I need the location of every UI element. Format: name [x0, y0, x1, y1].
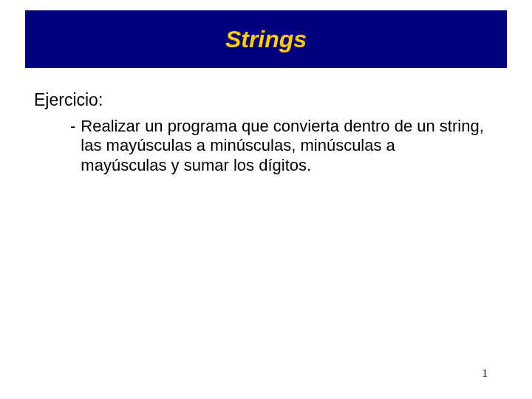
slide-title: Strings — [225, 26, 307, 53]
bullet-item: - Realizar un programa que convierta den… — [70, 117, 484, 175]
page-number: 1 — [482, 367, 488, 380]
title-box: Strings — [25, 10, 507, 68]
bullet-text: Realizar un programa que convierta dentr… — [81, 117, 484, 175]
section-heading: Ejercicio: — [34, 90, 103, 110]
bullet-marker: - — [70, 117, 75, 136]
